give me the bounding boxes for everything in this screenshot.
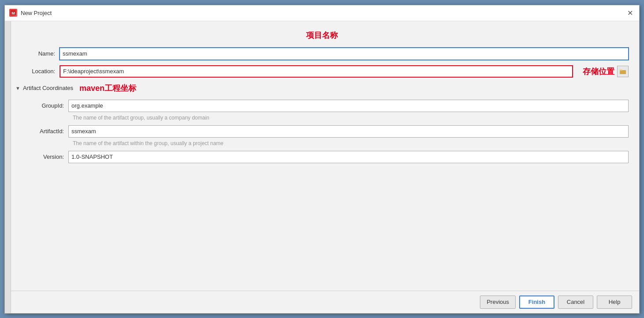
- svg-text:M: M: [11, 11, 15, 15]
- cancel-button[interactable]: Cancel: [558, 296, 593, 309]
- groupid-label: GroupId:: [29, 102, 68, 109]
- location-annotation: 存储位置: [583, 66, 614, 77]
- artifact-section-label: Artifact Coordinates: [23, 85, 73, 91]
- location-input[interactable]: [60, 65, 573, 78]
- close-button[interactable]: ✕: [625, 8, 635, 18]
- previous-button[interactable]: Previous: [480, 296, 516, 309]
- location-row: Location: 存储位置: [15, 65, 629, 78]
- artifactid-label: ArtifactId:: [29, 128, 68, 135]
- artifactid-row: ArtifactId:: [29, 125, 629, 138]
- new-project-dialog: M New Project ✕ 项目名称 Name: Location: 存储位…: [4, 5, 640, 314]
- dialog-title: New Project: [21, 10, 52, 16]
- location-input-wrap: 存储位置: [60, 65, 629, 78]
- artifactid-hint: The name of the artifact within the grou…: [29, 140, 629, 146]
- artifact-fields: GroupId: The name of the artifact group,…: [15, 100, 629, 163]
- artifactid-input[interactable]: [68, 125, 629, 138]
- project-name-annotation: 项目名称: [15, 30, 629, 41]
- section-toggle-icon[interactable]: ▼: [15, 86, 20, 91]
- titlebar-left: M New Project: [9, 9, 52, 17]
- version-row: Version:: [29, 151, 629, 163]
- finish-button[interactable]: Finish: [519, 296, 554, 309]
- version-input[interactable]: [68, 151, 629, 163]
- groupid-input[interactable]: [68, 100, 629, 112]
- groupid-hint: The name of the artifact group, usually …: [29, 115, 629, 121]
- name-input-wrap: [60, 48, 629, 60]
- app-icon: M: [9, 9, 17, 17]
- browse-folder-button[interactable]: [617, 66, 629, 77]
- left-sidebar: [5, 21, 11, 313]
- artifact-section-header: ▼ Artifact Coordinates maven工程坐标: [15, 83, 629, 94]
- bottom-bar: Previous Finish Cancel Help: [5, 291, 639, 313]
- name-label: Name:: [15, 50, 60, 57]
- maven-annotation: maven工程坐标: [79, 83, 136, 94]
- name-row: Name:: [15, 48, 629, 60]
- name-input[interactable]: [60, 48, 629, 60]
- dialog-content: 项目名称 Name: Location: 存储位置: [5, 21, 639, 291]
- groupid-row: GroupId:: [29, 100, 629, 112]
- svg-rect-3: [620, 70, 622, 71]
- help-button[interactable]: Help: [597, 296, 632, 309]
- location-label: Location:: [15, 68, 60, 75]
- version-label: Version:: [29, 153, 68, 160]
- titlebar: M New Project ✕: [5, 5, 639, 21]
